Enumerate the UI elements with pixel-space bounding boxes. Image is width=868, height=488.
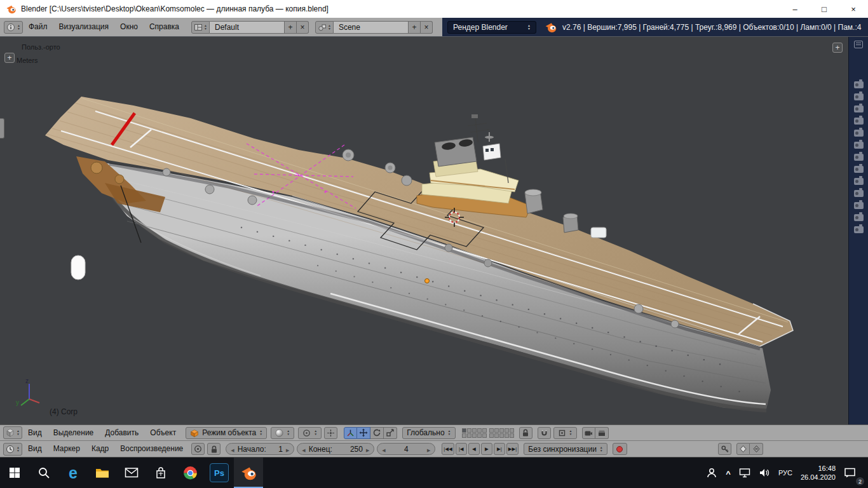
- toolshelf-tab[interactable]: [0, 118, 4, 139]
- add-screen-button[interactable]: +: [285, 21, 297, 34]
- increment-arrow-icon[interactable]: [286, 445, 289, 454]
- mode-dropdown[interactable]: Режим объекта: [186, 427, 267, 439]
- language-indicator[interactable]: РУС: [778, 469, 792, 477]
- edge-button[interactable]: e: [58, 458, 88, 488]
- scene-lock-toggle[interactable]: [519, 427, 532, 439]
- start-frame-field[interactable]: Начало: 1: [226, 443, 294, 455]
- decrement-arrow-icon[interactable]: [302, 445, 305, 454]
- snap-element-dropdown[interactable]: [553, 427, 577, 439]
- jump-to-start-button[interactable]: |◀◀: [442, 443, 454, 455]
- layer-cell[interactable]: [499, 433, 504, 438]
- add-scene-button[interactable]: +: [409, 21, 421, 34]
- decrement-arrow-icon[interactable]: [231, 445, 234, 454]
- opengl-render-icon[interactable]: [582, 427, 595, 439]
- store-button[interactable]: [146, 458, 175, 488]
- manipulator-toggle[interactable]: [344, 427, 357, 439]
- layer-cell[interactable]: [472, 433, 477, 438]
- restrict-render-icon[interactable]: [854, 166, 864, 173]
- layer-cell[interactable]: [462, 428, 466, 433]
- taskbar-clock[interactable]: 16:48 26.04.2020: [801, 464, 836, 482]
- delete-keyframe-icon[interactable]: [750, 443, 763, 455]
- layer-cell[interactable]: [489, 433, 494, 438]
- outliner-header-icon[interactable]: [854, 41, 863, 48]
- rotate-manipulator-button[interactable]: [370, 427, 384, 439]
- increment-arrow-icon[interactable]: [366, 445, 369, 454]
- layer-cell[interactable]: [467, 433, 471, 438]
- viewport-shading-dropdown[interactable]: [271, 427, 294, 439]
- restrict-render-icon[interactable]: [854, 226, 864, 233]
- menu-render[interactable]: Визуализация: [53, 18, 114, 36]
- play-reverse-button[interactable]: ◀: [468, 443, 480, 455]
- viewport-3d[interactable]: Польз.-орто Meters + + z y (4) Corp: [0, 37, 848, 424]
- layer-cell[interactable]: [477, 428, 482, 433]
- delete-scene-button[interactable]: ×: [421, 21, 433, 34]
- restrict-render-icon[interactable]: [854, 105, 864, 112]
- restrict-render-icon[interactable]: [854, 190, 864, 197]
- restrict-render-icon[interactable]: [854, 118, 864, 125]
- screen-layout-field[interactable]: Default: [210, 21, 285, 34]
- notification-badge[interactable]: 2: [855, 477, 865, 486]
- layer-cell[interactable]: [505, 433, 509, 438]
- transform-orientation-dropdown[interactable]: Глобально: [402, 427, 455, 439]
- blender-taskbar-button[interactable]: [234, 458, 263, 488]
- menu-file[interactable]: Файл: [23, 18, 53, 36]
- restrict-render-icon[interactable]: [854, 142, 864, 149]
- action-center-icon[interactable]: [844, 467, 857, 478]
- titlebar[interactable]: Blender [C:\Users\tvister\Desktop\Okean\…: [0, 0, 868, 18]
- restrict-render-icon[interactable]: [854, 214, 864, 221]
- layer-cell[interactable]: [482, 433, 487, 438]
- editor-type-button-timeline[interactable]: [3, 443, 22, 456]
- restrict-render-icon[interactable]: [854, 178, 864, 185]
- increment-arrow-icon[interactable]: [427, 445, 430, 454]
- menu-view-timeline[interactable]: Вид: [22, 440, 48, 458]
- auto-keyframe-record-button[interactable]: [613, 443, 627, 455]
- properties-expand-button[interactable]: +: [832, 43, 843, 53]
- layer-cell[interactable]: [489, 428, 494, 433]
- decrement-arrow-icon[interactable]: [382, 445, 385, 454]
- menu-frame[interactable]: Кадр: [86, 440, 114, 458]
- scale-manipulator-button[interactable]: [384, 427, 397, 439]
- layer-cell[interactable]: [477, 433, 482, 438]
- keying-set-icon[interactable]: [718, 443, 731, 455]
- maximize-button[interactable]: □: [810, 0, 839, 18]
- layer-cell[interactable]: [467, 428, 471, 433]
- restrict-render-icon[interactable]: [854, 202, 864, 209]
- translate-manipulator-button[interactable]: [357, 427, 370, 439]
- file-explorer-button[interactable]: [88, 458, 117, 488]
- render-engine-dropdown[interactable]: Рендер Blender: [447, 21, 536, 34]
- toolshelf-expand-button[interactable]: +: [4, 53, 15, 63]
- restrict-render-icon[interactable]: [854, 130, 864, 137]
- insert-keyframe-icon[interactable]: [736, 443, 750, 455]
- manipulate-origins-toggle[interactable]: [324, 427, 337, 439]
- search-button[interactable]: [29, 458, 58, 488]
- layer-cell[interactable]: [510, 428, 514, 433]
- use-preview-range-toggle[interactable]: [191, 443, 205, 455]
- layer-cell[interactable]: [494, 428, 499, 433]
- screen-layout-icon-button[interactable]: [191, 21, 210, 34]
- restrict-render-icon[interactable]: [854, 81, 864, 88]
- layer-grid-left[interactable]: [462, 428, 487, 438]
- layer-cell[interactable]: [472, 428, 477, 433]
- layer-cell[interactable]: [510, 433, 514, 438]
- opengl-render-animation-icon[interactable]: [595, 427, 609, 439]
- start-button[interactable]: [0, 458, 29, 488]
- close-button[interactable]: ×: [839, 0, 868, 18]
- editor-type-button-info[interactable]: [4, 21, 23, 34]
- restrict-render-icon[interactable]: [854, 93, 864, 100]
- play-button[interactable]: ▶: [481, 443, 492, 455]
- previous-keyframe-button[interactable]: |◀: [456, 443, 467, 455]
- layer-cell[interactable]: [494, 433, 499, 438]
- next-keyframe-button[interactable]: ▶|: [494, 443, 505, 455]
- scene-icon-button[interactable]: [315, 21, 334, 34]
- delete-screen-button[interactable]: ×: [297, 21, 309, 34]
- hidden-icons-chevron[interactable]: ^: [726, 469, 731, 478]
- end-frame-field[interactable]: Конец: 250: [297, 443, 374, 455]
- menu-playback[interactable]: Воспроизведение: [114, 440, 189, 458]
- menu-marker[interactable]: Маркер: [48, 440, 86, 458]
- current-frame-field[interactable]: 4: [377, 443, 435, 455]
- snap-toggle[interactable]: [538, 427, 551, 439]
- layer-cell[interactable]: [499, 428, 504, 433]
- layer-cell[interactable]: [505, 428, 509, 433]
- restrict-render-icon[interactable]: [854, 154, 864, 161]
- volume-icon[interactable]: [759, 468, 770, 478]
